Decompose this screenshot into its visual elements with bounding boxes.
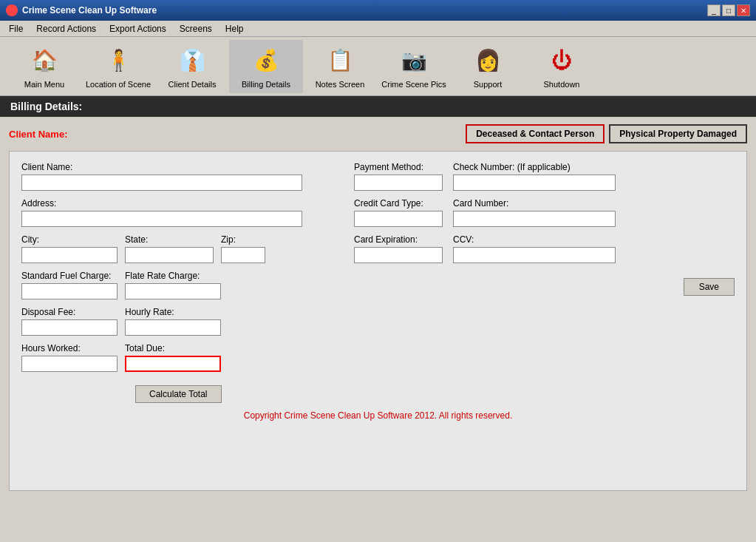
disposal-fee-subgroup: Disposal Fee: xyxy=(21,307,118,336)
zip-label: Zip: xyxy=(221,234,265,245)
section-header-text: Billing Details: xyxy=(10,101,82,112)
title-controls: _ □ ✕ xyxy=(707,4,750,16)
toolbar-shutdown[interactable]: ⏻ Shutdown xyxy=(525,40,599,93)
title-bar: Crime Scene Clean Up Software _ □ ✕ xyxy=(0,0,756,21)
flat-rate-input[interactable] xyxy=(125,283,221,299)
toolbar-location-of-scene[interactable]: 🧍 Location of Scene xyxy=(81,40,155,93)
zip-subgroup: Zip: xyxy=(221,234,265,263)
close-button[interactable]: ✕ xyxy=(737,4,750,16)
toolbar-location-label: Location of Scene xyxy=(86,80,151,89)
credit-card-type-input[interactable] xyxy=(354,211,443,227)
card-expiration-input[interactable] xyxy=(354,247,443,263)
payment-method-label: Payment Method: xyxy=(354,162,443,172)
deceased-contact-button[interactable]: Deceased & Contact Person xyxy=(466,124,605,143)
payment-method-input[interactable] xyxy=(354,175,443,191)
billing-icon: 💰 xyxy=(250,44,282,77)
total-due-label: Total Due: xyxy=(125,343,221,353)
maximize-button[interactable]: □ xyxy=(722,4,735,16)
state-input[interactable] xyxy=(125,247,214,263)
check-number-subgroup: Check Number: (If applicable) xyxy=(453,162,616,191)
menu-screens[interactable]: Screens xyxy=(174,22,218,35)
toolbar-main-menu-label: Main Menu xyxy=(24,80,64,89)
hours-total-row: Hours Worked: Total Due: xyxy=(21,343,332,372)
standard-fuel-subgroup: Standard Fuel Charge: xyxy=(21,271,118,299)
address-input[interactable] xyxy=(21,211,302,227)
client-name-label: Client Name: xyxy=(9,129,67,140)
hours-worked-subgroup: Hours Worked: xyxy=(21,343,118,372)
city-label: City: xyxy=(21,234,118,245)
zip-input[interactable] xyxy=(221,247,265,263)
toolbar-billing-details[interactable]: 💰 Billing Details xyxy=(229,40,303,93)
card-expiration-subgroup: Card Expiration: xyxy=(354,234,443,263)
standard-fuel-input[interactable] xyxy=(21,283,118,299)
address-label: Address: xyxy=(21,198,332,209)
menu-record-actions[interactable]: Record Actions xyxy=(30,22,102,35)
action-buttons: Deceased & Contact Person Physical Prope… xyxy=(466,124,747,143)
calculate-row: Calculate Total xyxy=(21,379,332,403)
toolbar-client-details[interactable]: 👔 Client Details xyxy=(155,40,229,93)
client-name-row: Client Name: Deceased & Contact Person P… xyxy=(9,123,747,145)
expiry-ccv-group: Card Expiration: CCV: xyxy=(354,234,735,263)
check-number-input[interactable] xyxy=(453,175,616,191)
toolbar-main-menu[interactable]: 🏠 Main Menu xyxy=(7,40,81,93)
person-location-icon: 🧍 xyxy=(102,44,134,77)
credit-card-type-subgroup: Credit Card Type: xyxy=(354,198,443,227)
toolbar-notes-screen[interactable]: 📋 Notes Screen xyxy=(303,40,377,93)
city-subgroup: City: xyxy=(21,234,118,263)
total-due-input[interactable] xyxy=(125,356,221,372)
toolbar-support-label: Support xyxy=(474,80,503,89)
hours-total-group: Hours Worked: Total Due: xyxy=(21,343,332,372)
ccv-label: CCV: xyxy=(453,234,616,245)
total-due-subgroup: Total Due: xyxy=(125,343,221,372)
menu-bar: File Record Actions Export Actions Scree… xyxy=(0,21,756,37)
hourly-rate-input[interactable] xyxy=(125,319,221,336)
disposal-fee-label: Disposal Fee: xyxy=(21,307,118,317)
hourly-rate-subgroup: Hourly Rate: xyxy=(125,307,221,336)
app-icon xyxy=(6,4,18,16)
calculate-total-button[interactable]: Calculate Total xyxy=(135,385,222,403)
card-number-input[interactable] xyxy=(453,211,616,227)
toolbar-crime-scene-pics[interactable]: 📷 Crime Scene Pics xyxy=(377,40,451,93)
city-input[interactable] xyxy=(21,247,118,263)
title-bar-left: Crime Scene Clean Up Software xyxy=(6,4,157,16)
disposal-hourly-group: Disposal Fee: Hourly Rate: xyxy=(21,307,332,336)
state-subgroup: State: xyxy=(125,234,214,263)
toolbar: 🏠 Main Menu 🧍 Location of Scene 👔 Client… xyxy=(0,37,756,96)
menu-help[interactable]: Help xyxy=(219,22,250,35)
hours-worked-input[interactable] xyxy=(21,356,118,372)
card-type-number-group: Credit Card Type: Card Number: xyxy=(354,198,735,227)
toolbar-client-label: Client Details xyxy=(168,80,217,89)
disposal-hourly-row: Disposal Fee: Hourly Rate: xyxy=(21,307,332,336)
main-content: Client Name: Deceased & Contact Person P… xyxy=(0,117,756,497)
city-state-zip-group: City: State: Zip: xyxy=(21,234,332,263)
save-button[interactable]: Save xyxy=(684,278,735,296)
card-number-label: Card Number: xyxy=(453,198,616,209)
shutdown-icon: ⏻ xyxy=(545,44,578,77)
ccv-subgroup: CCV: xyxy=(453,234,616,263)
section-header: Billing Details: xyxy=(0,96,756,117)
menu-export-actions[interactable]: Export Actions xyxy=(103,22,172,35)
menu-file[interactable]: File xyxy=(3,22,29,35)
home-icon: 🏠 xyxy=(28,44,61,77)
expiry-ccv-row: Card Expiration: CCV: xyxy=(354,234,735,263)
state-label: State: xyxy=(125,234,214,245)
flat-rate-label: Flate Rate Charge: xyxy=(125,271,221,281)
support-icon: 👩 xyxy=(471,44,504,77)
toolbar-billing-label: Billing Details xyxy=(242,80,290,89)
card-number-subgroup: Card Number: xyxy=(453,198,616,227)
minimize-button[interactable]: _ xyxy=(707,4,721,16)
toolbar-notes-label: Notes Screen xyxy=(316,80,365,89)
card-type-number-row: Credit Card Type: Card Number: xyxy=(354,198,735,227)
client-name-group: Client Name: xyxy=(21,162,332,191)
toolbar-support[interactable]: 👩 Support xyxy=(451,40,525,93)
check-number-label: Check Number: (If applicable) xyxy=(453,162,616,172)
physical-property-button[interactable]: Physical Property Damaged xyxy=(609,124,747,143)
city-state-zip-row: City: State: Zip: xyxy=(21,234,332,263)
payment-method-subgroup: Payment Method: xyxy=(354,162,443,191)
client-name-input[interactable] xyxy=(21,175,302,191)
hours-worked-label: Hours Worked: xyxy=(21,343,118,353)
disposal-fee-input[interactable] xyxy=(21,319,118,336)
ccv-input[interactable] xyxy=(453,247,616,263)
form-area: Client Name: Address: City: State: xyxy=(9,151,747,491)
form-columns: Client Name: Address: City: State: xyxy=(21,162,735,403)
